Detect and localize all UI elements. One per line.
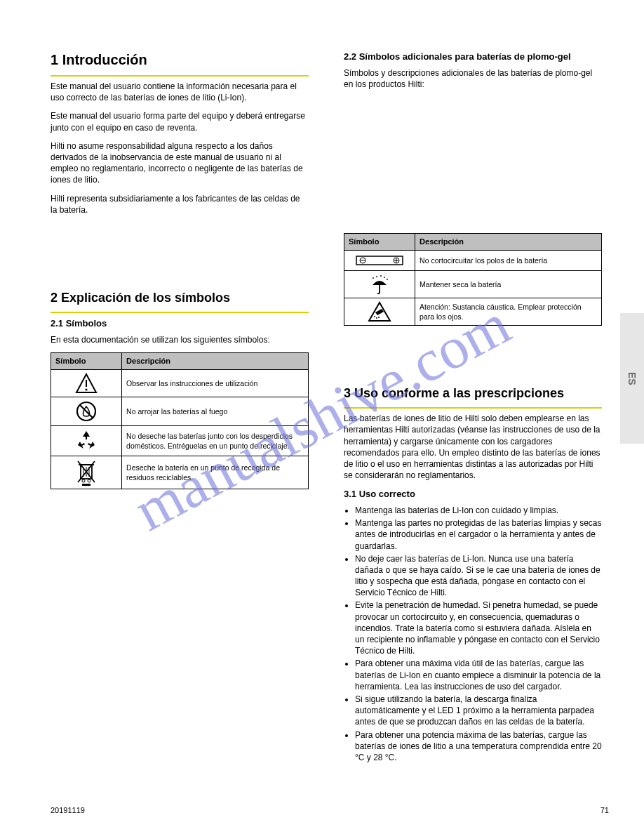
section3-1-title: 3.1 Uso correcto bbox=[344, 488, 602, 501]
table-row: No cortocircuitar los polos de la baterí… bbox=[344, 250, 602, 270]
list-item: Evite la penetración de humedad. Si pene… bbox=[355, 600, 602, 656]
caustic-warning-icon bbox=[346, 301, 413, 322]
warning-triangle-icon bbox=[53, 373, 120, 394]
section3-bullets: Mantenga las baterías de Li-Ion con cuid… bbox=[344, 505, 602, 763]
weee-bin-icon bbox=[53, 459, 120, 486]
table2-desc-2: Atención: Sustancia cáustica. Emplear pr… bbox=[415, 298, 602, 325]
page-number: 71 bbox=[601, 806, 609, 814]
table2-desc-0: No cortocircuitar los polos de la baterí… bbox=[415, 250, 602, 270]
section2-2-title: 2.2 Símbolos adicionales para baterías d… bbox=[344, 51, 602, 63]
list-item: Para obtener una máxima vida útil de las… bbox=[355, 658, 602, 692]
table1-desc-0: Observar las instrucciones de utilizació… bbox=[122, 369, 309, 397]
section2-title: 2 Explicación de los símbolos bbox=[51, 289, 309, 306]
svg-point-10 bbox=[82, 479, 85, 482]
section3-para: Las baterías de iones de litio de Hilti … bbox=[344, 413, 602, 481]
svg-point-26 bbox=[387, 279, 388, 280]
svg-point-25 bbox=[384, 277, 385, 278]
section-2-2: 2.2 Símbolos adicionales para baterías d… bbox=[344, 51, 602, 97]
keep-dry-umbrella-icon bbox=[346, 274, 413, 295]
divider bbox=[344, 407, 602, 409]
no-fire-icon bbox=[53, 400, 120, 423]
battery-polarity-icon bbox=[346, 253, 413, 267]
intro-para-0: Este manual del usuario contiene la info… bbox=[51, 81, 309, 103]
table1-desc-3: Deseche la batería en un punto de recogi… bbox=[122, 456, 309, 489]
symbol-table-2: Símbolo Descripción No cortocircuitar lo… bbox=[344, 233, 602, 326]
symbol-table-1: Símbolo Descripción Observar las instruc… bbox=[51, 352, 309, 489]
table-row: No arrojar las baterías al fuego bbox=[51, 397, 309, 425]
table2-header-symbol: Símbolo bbox=[344, 234, 415, 251]
table-row: Mantener seca la batería bbox=[344, 270, 602, 298]
table-row: Atención: Sustancia cáustica. Emplear pr… bbox=[344, 298, 602, 325]
intro-para-1: Este manual del usuario forma parte del … bbox=[51, 110, 309, 133]
recycle-icon bbox=[53, 429, 120, 453]
table1-desc-1: No arrojar las baterías al fuego bbox=[122, 397, 309, 425]
table-row: Deseche la batería en un punto de recogi… bbox=[51, 456, 309, 489]
section2-1-title: 2.1 Símbolos bbox=[51, 317, 309, 330]
section-proper-use: 3 Uso conforme a las prescripciones Las … bbox=[344, 385, 602, 764]
table1-header-symbol: Símbolo bbox=[51, 353, 122, 370]
section3-title: 3 Uso conforme a las prescripciones bbox=[344, 385, 602, 402]
svg-point-23 bbox=[376, 276, 377, 277]
table2-header-desc: Descripción bbox=[415, 234, 602, 251]
section-introduction: 1 Introducción Este manual del usuario c… bbox=[51, 51, 309, 223]
footer-date: 20191119 bbox=[51, 806, 85, 814]
svg-point-30 bbox=[378, 317, 380, 318]
table2-wrap: Símbolo Descripción No cortocircuitar lo… bbox=[344, 233, 602, 326]
section2-1-intro: En esta documentación se utilizan los si… bbox=[51, 334, 309, 345]
table1-desc-2: No deseche las baterías junto con los de… bbox=[122, 425, 309, 456]
table-row: Observar las instrucciones de utilizació… bbox=[51, 369, 309, 397]
svg-point-2 bbox=[85, 388, 87, 390]
page-footer: 20191119 71 bbox=[51, 806, 609, 814]
section1-title: 1 Introducción bbox=[51, 51, 309, 70]
svg-point-28 bbox=[374, 316, 375, 317]
intro-para-2: Hilti no asume responsabilidad alguna re… bbox=[51, 140, 309, 186]
table1-header-desc: Descripción bbox=[122, 353, 309, 370]
list-item: Mantenga las baterías de Li-Ion con cuid… bbox=[355, 505, 602, 516]
svg-rect-14 bbox=[82, 484, 90, 486]
list-item: Si sigue utilizando la batería, la desca… bbox=[355, 694, 602, 728]
intro-para-3: Hilti representa subsidiariamente a los … bbox=[51, 193, 309, 216]
table-row: No deseche las baterías junto con los de… bbox=[51, 425, 309, 456]
svg-point-29 bbox=[376, 317, 377, 319]
divider bbox=[51, 75, 309, 77]
svg-point-24 bbox=[380, 275, 382, 277]
page: manualshive.com 1 Introducción Este manu… bbox=[0, 0, 644, 834]
svg-point-22 bbox=[373, 277, 374, 279]
list-item: Mantenga las partes no protegidas de las… bbox=[355, 517, 602, 552]
table2-desc-1: Mantener seca la batería bbox=[415, 270, 602, 298]
divider bbox=[51, 312, 309, 313]
language-tab: ES bbox=[620, 313, 644, 444]
svg-point-11 bbox=[88, 479, 90, 482]
list-item: Para obtener una potencia máxima de las … bbox=[355, 729, 602, 764]
section-symbols: 2 Explicación de los símbolos 2.1 Símbol… bbox=[51, 289, 309, 489]
section2-2-intro: Símbolos y descripciones adicionales de … bbox=[344, 67, 602, 90]
list-item: No deje caer las baterías de Li-Ion. Nun… bbox=[355, 553, 602, 599]
